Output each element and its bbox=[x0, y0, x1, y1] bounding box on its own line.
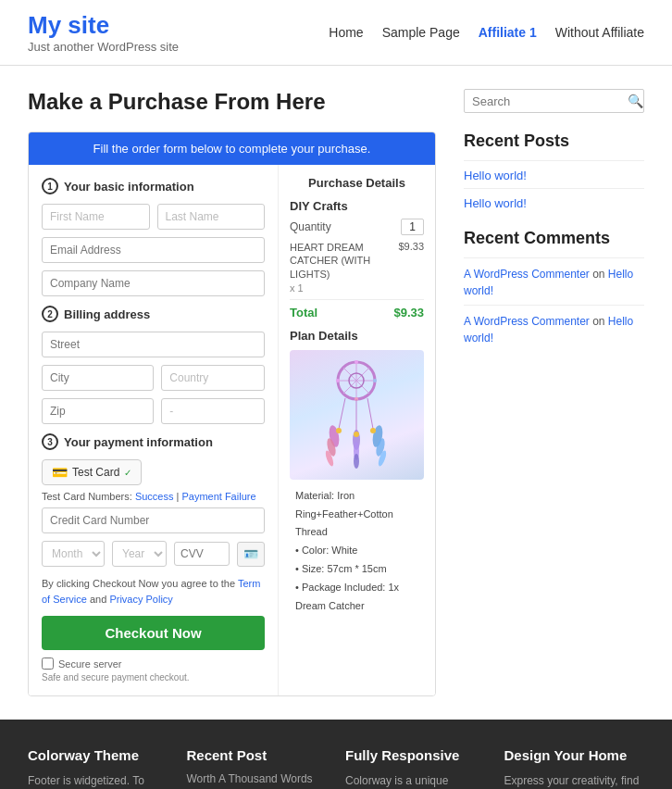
form-right: Purchase Details DIY Crafts Quantity 1 H… bbox=[279, 165, 435, 695]
footer-link1[interactable]: Worth A Thousand Words bbox=[187, 772, 328, 785]
recent-comments-title: Recent Comments bbox=[464, 229, 644, 248]
last-name-input[interactable] bbox=[157, 204, 266, 230]
site-title: My site bbox=[28, 11, 179, 40]
form-left: 1 Your basic information bbox=[29, 165, 279, 695]
quantity-label: Quantity bbox=[290, 220, 331, 233]
country-select[interactable]: Country bbox=[161, 365, 265, 391]
svg-line-12 bbox=[367, 398, 373, 429]
check-icon: ✓ bbox=[124, 468, 131, 478]
bullet-4: • Package Included: 1x Dream Catcher bbox=[290, 579, 424, 616]
cvv-row: Month Year 🪪 bbox=[42, 541, 265, 567]
test-card-button[interactable]: 💳 Test Card ✓ bbox=[42, 459, 142, 485]
search-icon[interactable]: 🔍 bbox=[628, 94, 643, 108]
cvv-input[interactable] bbox=[174, 542, 230, 566]
footer-col1-title: Colorway Theme bbox=[28, 747, 168, 763]
footer-col1: Colorway Theme Footer is widgetized. To … bbox=[28, 747, 168, 789]
footer-col1-text: Footer is widgetized. To setup the foote… bbox=[28, 772, 168, 789]
secure-label: Secure server bbox=[58, 658, 121, 670]
svg-point-24 bbox=[370, 428, 376, 433]
comment-1: A WordPress Commenter on Hello world! bbox=[464, 266, 644, 299]
form-card-header: Fill the order form below to complete yo… bbox=[29, 132, 435, 165]
city-input[interactable] bbox=[42, 365, 154, 391]
checkout-button[interactable]: Checkout Now bbox=[42, 616, 265, 650]
bullet-3: • Size: 57cm * 15cm bbox=[290, 560, 424, 579]
quantity-value: 1 bbox=[401, 219, 424, 235]
svg-point-23 bbox=[354, 432, 359, 437]
footer-grid: Colorway Theme Footer is widgetized. To … bbox=[28, 747, 644, 789]
svg-line-10 bbox=[339, 398, 345, 429]
purchase-title: Purchase Details bbox=[290, 176, 424, 190]
card-back-icon: 🪪 bbox=[237, 542, 265, 567]
svg-point-18 bbox=[354, 454, 359, 469]
form-card: Fill the order form below to complete yo… bbox=[28, 132, 436, 696]
footer-col3-title: Fully Responsive bbox=[345, 747, 486, 763]
footer-col2-title: Recent Post bbox=[187, 747, 328, 763]
nav-without-affiliate[interactable]: Without Affiliate bbox=[555, 25, 644, 40]
search-input[interactable] bbox=[472, 94, 628, 108]
recent-comments-section: Recent Comments A WordPress Commenter on… bbox=[464, 229, 644, 346]
year-select[interactable]: Year bbox=[112, 541, 167, 567]
sidebar: 🔍 Recent Posts Hello world! Hello world!… bbox=[464, 89, 644, 696]
name-row bbox=[42, 204, 265, 230]
nav-affiliate1[interactable]: Affiliate 1 bbox=[479, 25, 537, 40]
footer-col2: Recent Post Worth A Thousand Words Categ… bbox=[187, 747, 328, 789]
recent-posts-section: Recent Posts Hello world! Hello world! bbox=[464, 132, 644, 210]
commenter-2[interactable]: A WordPress Commenter bbox=[464, 315, 590, 328]
zip2-select[interactable]: - bbox=[161, 398, 265, 424]
site-header: My site Just another WordPress site Home… bbox=[0, 0, 672, 66]
credit-card-input[interactable] bbox=[42, 507, 265, 533]
commenter-1[interactable]: A WordPress Commenter bbox=[464, 268, 590, 281]
svg-point-6 bbox=[355, 360, 358, 364]
post-1[interactable]: Hello world! bbox=[464, 169, 644, 182]
recent-posts-title: Recent Posts bbox=[464, 132, 644, 151]
secure-row: Secure server bbox=[42, 658, 265, 670]
section3-heading: 3 Your payment information bbox=[42, 433, 265, 450]
secure-checkbox[interactable] bbox=[42, 658, 54, 670]
plan-bullets: Material: Iron Ring+Feather+Cotton Threa… bbox=[290, 487, 424, 616]
form-body: 1 Your basic information bbox=[29, 165, 435, 695]
section1-heading: 1 Your basic information bbox=[42, 178, 265, 194]
bullet-2: • Color: White bbox=[290, 542, 424, 560]
section3-title: Your payment information bbox=[64, 435, 213, 449]
nav-home[interactable]: Home bbox=[329, 25, 363, 40]
footer-col4: Design Your Home Express your creativity… bbox=[504, 747, 645, 789]
credit-card-icon: 💳 bbox=[52, 465, 68, 480]
svg-point-22 bbox=[336, 428, 342, 433]
svg-point-7 bbox=[336, 379, 340, 382]
site-tagline: Just another WordPress site bbox=[28, 40, 179, 54]
payment-failure-link[interactable]: Payment Failure bbox=[181, 491, 255, 502]
section2-title: Billing address bbox=[64, 307, 150, 321]
item-qty: x 1 bbox=[290, 282, 424, 294]
email-input[interactable] bbox=[42, 237, 265, 263]
section2-heading: 2 Billing address bbox=[42, 306, 265, 322]
quantity-row: Quantity 1 bbox=[290, 219, 424, 235]
main-nav: Home Sample Page Affiliate 1 Without Aff… bbox=[329, 25, 644, 40]
svg-point-8 bbox=[373, 379, 377, 382]
plan-title: Plan Details bbox=[290, 329, 424, 343]
section3-num: 3 bbox=[42, 433, 58, 450]
nav-sample-page[interactable]: Sample Page bbox=[382, 25, 460, 40]
month-select[interactable]: Month bbox=[42, 541, 105, 567]
footer-col3: Fully Responsive Colorway is a unique re… bbox=[345, 747, 486, 789]
dream-catcher-svg bbox=[322, 355, 392, 475]
section1-title: Your basic information bbox=[64, 180, 194, 194]
dream-catcher-image bbox=[290, 350, 424, 480]
main-container: Make a Purchase From Here Fill the order… bbox=[0, 66, 672, 720]
bullet-1: Material: Iron Ring+Feather+Cotton Threa… bbox=[290, 487, 424, 542]
section2-num: 2 bbox=[42, 306, 58, 322]
zip-input[interactable] bbox=[42, 398, 154, 424]
search-box: 🔍 bbox=[464, 89, 644, 113]
test-card-numbers: Test Card Numbers: Success | Payment Fai… bbox=[42, 491, 265, 502]
comment-2: A WordPress Commenter on Hello world! bbox=[464, 313, 644, 346]
privacy-link[interactable]: Privacy Policy bbox=[109, 594, 172, 605]
terms-text: By clicking Checkout Now you agree to th… bbox=[42, 576, 265, 607]
success-link[interactable]: Success bbox=[135, 491, 174, 502]
test-card-label: Test Card bbox=[72, 466, 119, 479]
footer-col4-text: Express your creativity, find inspiratio… bbox=[504, 772, 645, 789]
street-input[interactable] bbox=[42, 332, 265, 357]
item-name: HEART DREAM CATCHER (WITH LIGHTS) $9.33 bbox=[290, 241, 424, 281]
first-name-input[interactable] bbox=[42, 204, 150, 230]
post-2[interactable]: Hello world! bbox=[464, 196, 644, 210]
company-input[interactable] bbox=[42, 270, 265, 296]
footer-col3-text: Colorway is a unique responsive WordPres… bbox=[345, 772, 486, 789]
